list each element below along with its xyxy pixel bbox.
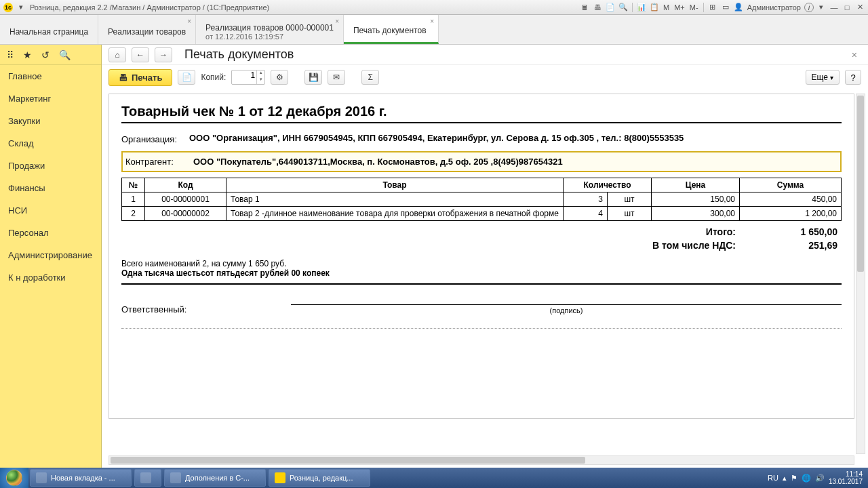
horizontal-scrollbar[interactable] bbox=[108, 455, 854, 465]
nav-sales[interactable]: Продажи bbox=[0, 155, 101, 177]
dropdown-icon[interactable]: ▾ bbox=[16, 2, 26, 13]
close-button[interactable]: ✕ bbox=[854, 2, 865, 13]
org-value: ООО "Организация", ИНН 6679054945, КПП 6… bbox=[189, 133, 842, 144]
user-icon[interactable]: 👤 bbox=[733, 2, 744, 13]
table-row: 200-00000002Товар 2 -длинное наименовани… bbox=[122, 207, 842, 221]
copies-input[interactable]: 1▲▼ bbox=[231, 70, 265, 85]
total-value: 1 650,00 bbox=[776, 226, 837, 237]
page-close-button[interactable]: × bbox=[848, 49, 861, 60]
more-button[interactable]: Еще▾ bbox=[806, 70, 840, 85]
nds-value: 251,69 bbox=[776, 240, 837, 251]
maximize-button[interactable]: □ bbox=[842, 2, 852, 13]
tab-realizations[interactable]: Реализации товаров× bbox=[98, 15, 196, 44]
close-icon[interactable]: × bbox=[187, 18, 191, 25]
col-qty: Количество bbox=[564, 178, 652, 192]
toolbar-btn-2[interactable]: 🖶 bbox=[592, 2, 603, 13]
nav-personnel[interactable]: Персонал bbox=[0, 222, 101, 244]
print-toolbar: 🖶Печать 📄 Копий: 1▲▼ ⚙ 💾 ✉ Σ Еще▾ ? bbox=[102, 65, 868, 89]
left-navigation: ⠿ ★ ↺ 🔍 Главное Маркетинг Закупки Склад … bbox=[0, 45, 102, 468]
nav-warehouse[interactable]: Склад bbox=[0, 132, 101, 155]
tray-up-icon[interactable]: ▴ bbox=[783, 474, 787, 483]
org-label: Организация: bbox=[121, 133, 189, 144]
clock[interactable]: 11:1413.01.2017 bbox=[829, 470, 863, 485]
windows-taskbar: Новая вкладка - ... Дополнения в С-... Р… bbox=[0, 468, 868, 488]
menu-icon[interactable]: ⠿ bbox=[7, 49, 14, 60]
toolbar-btn-3[interactable]: 📄 bbox=[605, 2, 616, 13]
nav-nsi[interactable]: НСИ bbox=[0, 199, 101, 222]
toolbar-btn-8[interactable]: ▭ bbox=[720, 2, 731, 13]
tab-print[interactable]: Печать документов× bbox=[344, 15, 439, 44]
tabs-bar: Начальная страница Реализации товаров× Р… bbox=[0, 15, 868, 45]
memory-mminus[interactable]: M- bbox=[688, 3, 700, 12]
vertical-scrollbar[interactable] bbox=[856, 94, 865, 454]
info-dropdown-icon[interactable]: ▾ bbox=[816, 2, 827, 13]
task-explorer[interactable] bbox=[134, 469, 161, 487]
close-icon[interactable]: × bbox=[430, 18, 434, 25]
tab-home[interactable]: Начальная страница bbox=[0, 15, 98, 44]
dotted-separator bbox=[121, 328, 842, 329]
document-preview: Товарный чек № 1 от 12 декабря 2016 г. О… bbox=[108, 94, 854, 419]
kontr-value: ООО "Покупатель",6449013711,Москва, п. К… bbox=[193, 157, 837, 167]
nav-dev[interactable]: К н доработки bbox=[0, 266, 101, 289]
items-table: № Код Товар Количество Цена Сумма 100-00… bbox=[121, 178, 842, 221]
folder-icon bbox=[140, 472, 151, 483]
save-button[interactable]: 💾 bbox=[304, 70, 322, 85]
signature-line bbox=[291, 294, 842, 305]
settings-button[interactable]: ⚙ bbox=[271, 70, 288, 85]
start-button[interactable] bbox=[0, 468, 28, 488]
chevron-down-icon: ▾ bbox=[830, 74, 833, 81]
task-addins[interactable]: Дополнения в С-... bbox=[164, 469, 266, 487]
col-tovar: Товар bbox=[226, 178, 564, 192]
nav-finance[interactable]: Финансы bbox=[0, 177, 101, 199]
toolbar-btn-7[interactable]: ⊞ bbox=[707, 2, 718, 13]
memory-mplus[interactable]: M+ bbox=[673, 3, 686, 12]
search-icon[interactable]: 🔍 bbox=[59, 49, 71, 60]
windows-icon bbox=[6, 470, 22, 486]
home-button[interactable]: ⌂ bbox=[108, 47, 126, 62]
preview-button[interactable]: 📄 bbox=[178, 70, 195, 85]
close-icon[interactable]: × bbox=[335, 18, 339, 25]
star-icon[interactable]: ★ bbox=[23, 49, 32, 60]
app-icon bbox=[170, 472, 181, 483]
tray-flag-icon[interactable]: ⚑ bbox=[791, 474, 797, 483]
toolbar-btn-1[interactable]: 🖩 bbox=[579, 2, 590, 13]
help-button[interactable]: ? bbox=[845, 70, 861, 85]
nav-admin[interactable]: Администрирование bbox=[0, 244, 101, 266]
sum-button[interactable]: Σ bbox=[361, 70, 379, 85]
task-1c[interactable]: Розница, редакц... bbox=[269, 469, 370, 487]
spin-down-icon[interactable]: ▼ bbox=[256, 77, 264, 84]
minimize-button[interactable]: — bbox=[829, 2, 840, 13]
nav-main[interactable]: Главное bbox=[0, 65, 101, 87]
toolbar-btn-4[interactable]: 🔍 bbox=[618, 2, 629, 13]
chrome-icon bbox=[36, 472, 47, 483]
window-titlebar: 1c ▾ Розница, редакция 2.2 /Магазин / Ад… bbox=[0, 0, 868, 15]
copies-label: Копий: bbox=[201, 73, 226, 82]
lang-indicator[interactable]: RU bbox=[768, 474, 778, 482]
tab-realization-doc[interactable]: Реализация товаров 0000-000001от 12.12.2… bbox=[196, 15, 344, 44]
user-name[interactable]: Администратор bbox=[746, 3, 802, 12]
spin-up-icon[interactable]: ▲ bbox=[256, 70, 264, 77]
col-kod: Код bbox=[145, 178, 226, 192]
forward-button[interactable]: → bbox=[155, 47, 172, 62]
kontr-label: Контрагент: bbox=[125, 157, 193, 167]
summary-text: Одна тысяча шестьсот пятьдесят рублей 00… bbox=[121, 268, 842, 278]
col-price: Цена bbox=[652, 178, 740, 192]
email-button[interactable]: ✉ bbox=[328, 70, 345, 85]
tray-network-icon[interactable]: 🌐 bbox=[802, 474, 811, 483]
info-icon[interactable]: i bbox=[804, 3, 814, 12]
history-icon[interactable]: ↺ bbox=[41, 49, 50, 60]
nav-marketing[interactable]: Маркетинг bbox=[0, 87, 101, 110]
task-chrome[interactable]: Новая вкладка - ... bbox=[30, 469, 132, 487]
doc-title: Товарный чек № 1 от 12 декабря 2016 г. bbox=[121, 104, 842, 123]
print-button[interactable]: 🖶Печать bbox=[108, 69, 172, 86]
back-button[interactable]: ← bbox=[132, 47, 149, 62]
tray-sound-icon[interactable]: 🔊 bbox=[815, 474, 825, 483]
total-label: Итого: bbox=[706, 226, 736, 237]
memory-m[interactable]: M bbox=[662, 3, 671, 12]
toolbar-btn-5[interactable]: 📊 bbox=[636, 2, 647, 13]
nav-purchases[interactable]: Закупки bbox=[0, 110, 101, 132]
nds-label: В том числе НДС: bbox=[652, 240, 736, 251]
toolbar-btn-6[interactable]: 📋 bbox=[649, 2, 660, 13]
summary-line: Всего наименований 2, на сумму 1 650 руб… bbox=[121, 259, 842, 268]
counterparty-row[interactable]: Контрагент: ООО "Покупатель",6449013711,… bbox=[121, 151, 842, 172]
